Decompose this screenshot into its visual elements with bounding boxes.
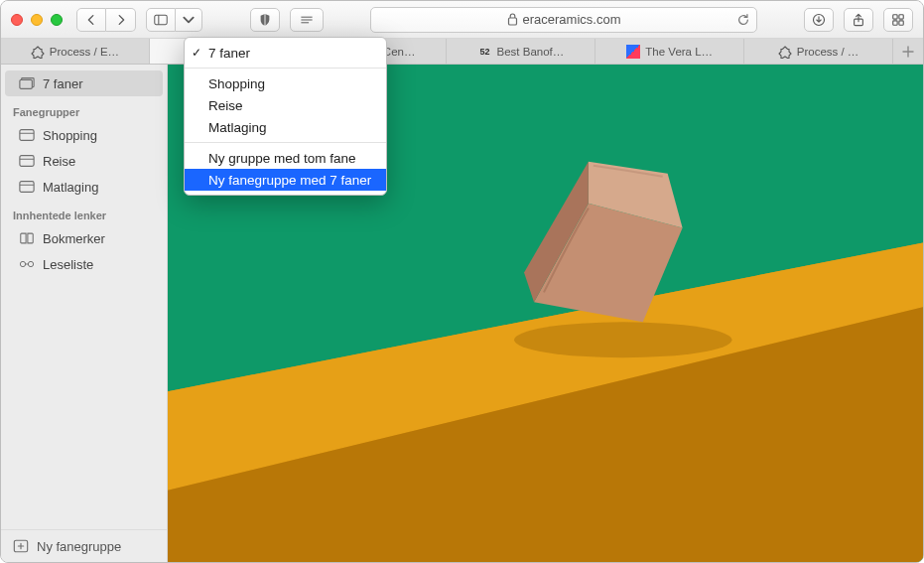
sidebar-item-bookmarks[interactable]: Bokmerker	[5, 225, 163, 251]
reload-icon	[736, 13, 750, 27]
tab-icon-process	[778, 45, 792, 59]
tabgroup-dropdown-button[interactable]	[176, 8, 202, 32]
sidebar-current-tabgroup[interactable]: 7 faner	[5, 70, 163, 96]
address-text: eraceramics.com	[523, 12, 621, 27]
menu-item-label: Reise	[208, 98, 243, 113]
tabgroup-icon	[19, 153, 35, 169]
reader-icon	[300, 13, 314, 27]
window-controls	[11, 14, 63, 26]
tabset-icon	[19, 75, 35, 91]
reader-toggle-button[interactable]	[290, 8, 324, 32]
sidebar-icon	[154, 13, 168, 27]
sidebar-item-label: Matlaging	[43, 180, 98, 195]
forward-button[interactable]	[106, 8, 136, 32]
toolbar-right	[804, 8, 913, 32]
svg-point-29	[514, 322, 731, 357]
menu-item-label: Ny fanegruppe med 7 faner	[208, 173, 371, 188]
toggle-sidebar-button[interactable]	[146, 8, 176, 32]
tab-label: Best Banof…	[497, 46, 565, 58]
menu-item-reise[interactable]: Reise	[185, 94, 386, 116]
address-bar[interactable]: eraceramics.com	[370, 7, 757, 33]
svg-rect-11	[899, 20, 903, 24]
tab[interactable]: Process / …	[744, 39, 893, 64]
grid-icon	[891, 13, 905, 27]
share-button[interactable]	[844, 8, 873, 32]
close-window-button[interactable]	[11, 14, 23, 26]
tabgroup-icon	[19, 127, 35, 143]
tab-bar: Process / E… Grand Cen… 52 Best Banof… T…	[1, 39, 923, 65]
menu-separator	[185, 68, 386, 69]
browser-window: eraceramics.com Process / E…	[0, 0, 924, 563]
sidebar-item-label: Reise	[43, 154, 75, 169]
menu-item-label: Ny gruppe med tom fane	[208, 151, 356, 166]
address-bar-container: eraceramics.com	[333, 7, 794, 33]
sidebar-item-label: 7 faner	[43, 76, 82, 91]
svg-rect-9	[899, 14, 903, 18]
reload-button[interactable]	[736, 13, 750, 27]
privacy-report-button[interactable]	[250, 8, 280, 32]
chevron-down-icon	[182, 13, 196, 27]
plus-square-icon	[13, 538, 29, 554]
menu-separator	[185, 142, 386, 143]
titlebar: eraceramics.com	[1, 1, 923, 39]
sidebar-item-label: Bokmerker	[43, 231, 105, 246]
sidebar-item-reise[interactable]: Reise	[5, 148, 163, 174]
menu-item-new-group-from-tabs[interactable]: Ny fanegruppe med 7 faner	[185, 169, 386, 191]
sidebar-item-shopping[interactable]: Shopping	[5, 122, 163, 148]
svg-rect-15	[20, 156, 34, 167]
svg-rect-10	[893, 20, 897, 24]
body: 7 faner Fanegrupper Shopping Reise Matla…	[1, 65, 923, 562]
menu-item-label: Shopping	[208, 76, 265, 91]
tab-overview-button[interactable]	[883, 8, 913, 32]
sidebar-heading-links: Innhentede lenker	[1, 200, 167, 225]
menu-item-shopping[interactable]: Shopping	[185, 72, 386, 94]
sidebar-item-matlaging[interactable]: Matlaging	[5, 174, 163, 200]
tab-label: The Vera L…	[645, 46, 713, 58]
lock-icon	[507, 13, 518, 26]
back-button[interactable]	[76, 8, 106, 32]
svg-rect-5	[508, 18, 516, 25]
download-icon	[812, 13, 826, 27]
sidebar: 7 faner Fanegrupper Shopping Reise Matla…	[1, 65, 168, 562]
plus-icon	[902, 46, 914, 58]
nav-buttons	[76, 8, 136, 32]
svg-point-19	[20, 261, 25, 266]
new-tabgroup-label: Ny fanegruppe	[37, 539, 121, 554]
sidebar-item-readinglist[interactable]: Leseliste	[5, 251, 163, 277]
svg-rect-8	[893, 14, 897, 18]
sidebar-buttons	[146, 8, 202, 32]
tabgroup-menu: ✓ 7 faner Shopping Reise Matlaging Ny gr…	[184, 37, 387, 196]
new-tabgroup-button[interactable]: Ny fanegruppe	[1, 529, 167, 562]
tab-favicon: 52	[478, 45, 492, 59]
menu-item-matlaging[interactable]: Matlaging	[185, 116, 386, 138]
tabgroup-icon	[19, 179, 35, 195]
menu-item-current-tabs[interactable]: ✓ 7 faner	[185, 42, 386, 64]
menu-item-new-empty-group[interactable]: Ny gruppe med tom fane	[185, 147, 386, 169]
glasses-icon	[19, 256, 35, 272]
menu-item-label: Matlaging	[208, 120, 267, 135]
sidebar-item-label: Leseliste	[43, 257, 93, 272]
sidebar-item-label: Shopping	[43, 128, 97, 143]
downloads-button[interactable]	[804, 8, 834, 32]
chevron-right-icon	[114, 13, 128, 27]
tab-icon-process	[31, 45, 45, 59]
check-icon: ✓	[192, 46, 201, 60]
tab-favicon	[626, 45, 640, 59]
svg-rect-17	[20, 182, 34, 193]
minimize-window-button[interactable]	[31, 14, 43, 26]
tab[interactable]: 52 Best Banof…	[447, 39, 595, 64]
menu-item-label: 7 faner	[208, 46, 250, 61]
tab[interactable]: The Vera L…	[595, 39, 744, 64]
chevron-left-icon	[84, 13, 98, 27]
tab-label: Process / E…	[50, 46, 119, 58]
svg-rect-13	[20, 130, 34, 141]
book-icon	[19, 230, 35, 246]
tab[interactable]: Process / E…	[1, 39, 150, 64]
svg-rect-12	[20, 79, 32, 88]
svg-rect-0	[155, 15, 167, 24]
share-icon	[852, 13, 865, 27]
tab-label: Process / …	[797, 46, 859, 58]
new-tab-button[interactable]	[893, 39, 923, 64]
fullscreen-window-button[interactable]	[51, 14, 63, 26]
svg-point-20	[28, 261, 33, 266]
